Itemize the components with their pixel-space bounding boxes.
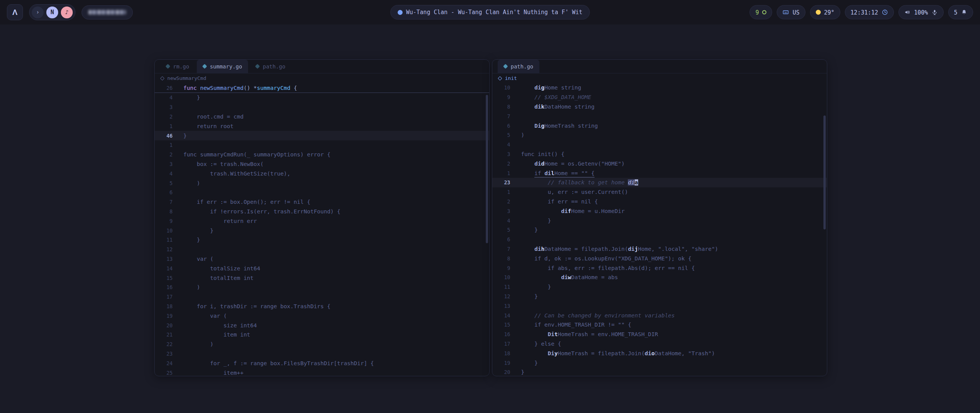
launcher-button[interactable]: Λ — [7, 4, 23, 20]
code-line[interactable]: 24 for _, f := range box.FilesByTrashDir… — [155, 358, 489, 368]
window-title-widget[interactable] — [82, 5, 133, 20]
code-line[interactable]: 9 return err — [155, 216, 489, 226]
tab-summary.go[interactable]: summary.go — [197, 60, 248, 73]
code-line[interactable]: 1 if dilHome == "" { — [492, 168, 827, 178]
workspace-button-3[interactable]: ♪ — [61, 7, 73, 18]
volume-widget[interactable]: 100% — [898, 5, 944, 20]
code-line[interactable]: 3 box := trash.NewBox( — [155, 159, 489, 169]
music-player-widget[interactable]: Wu-Tang Clan - Wu-Tang Clan Ain't Nuthin… — [390, 5, 590, 20]
code-line[interactable]: 6 — [492, 235, 827, 244]
code-line[interactable]: 4 — [492, 140, 827, 150]
go-file-icon — [165, 64, 170, 69]
code-line[interactable]: 5) — [492, 130, 827, 140]
code-line[interactable]: 7 if err := box.Open(); err != nil { — [155, 197, 489, 207]
breadcrumb[interactable]: init — [492, 73, 827, 83]
code-token: Home, ".local", "share") — [638, 246, 719, 252]
code-token: } — [521, 284, 551, 290]
code-line[interactable]: 20 size int64 — [155, 320, 489, 330]
code-line[interactable]: 17 — [155, 292, 489, 302]
code-line[interactable]: 16 DitHomeTrash = env.HOME_TRASH_DIR — [492, 330, 827, 339]
code-line[interactable]: 6 — [155, 188, 489, 197]
code-line[interactable]: 11 } — [155, 235, 489, 245]
code-line[interactable]: 13 — [492, 301, 827, 311]
breadcrumb[interactable]: newSummaryCmd — [155, 73, 489, 83]
code-token: di — [534, 161, 541, 167]
code-line-text: difHome = u.HomeDir — [521, 208, 625, 214]
code-line[interactable]: 9 if abs, err := filepath.Abs(d); err ==… — [492, 263, 827, 273]
code-line[interactable]: 12 — [155, 245, 489, 254]
code-line[interactable]: 3 difHome = u.HomeDir — [492, 206, 827, 216]
code-line[interactable]: 10 } — [155, 226, 489, 235]
code-line[interactable]: 1 — [155, 140, 489, 150]
code-line[interactable]: 10 digHome string — [492, 83, 827, 93]
code-line[interactable]: 4 trash.WithGetSize(true), — [155, 169, 489, 178]
code-line[interactable]: 1 return root — [155, 121, 489, 131]
keyboard-layout-widget[interactable]: US — [777, 5, 805, 20]
code-token: if err := box.Open(); err != nil { — [183, 199, 310, 205]
scrollbar-thumb[interactable] — [823, 115, 826, 229]
code-token: box := trash.NewBox( — [183, 161, 264, 167]
code-line[interactable]: 46} — [155, 131, 489, 140]
code-line[interactable]: 25 item++ — [155, 368, 489, 376]
code-line[interactable]: 14 totalSize int64 — [155, 263, 489, 273]
code-line[interactable]: 15 totalItem int — [155, 273, 489, 283]
code-token: Home = os.Getenv("HOME") — [544, 161, 625, 167]
code-line[interactable]: 19 var ( — [155, 311, 489, 320]
code-line[interactable]: 8 dikDataHome string — [492, 102, 827, 112]
code-line[interactable]: 2 if err == nil { — [492, 197, 827, 206]
code-line[interactable]: 20} — [492, 367, 827, 376]
code-line[interactable]: 14 // Can be changed by environment vari… — [492, 311, 827, 320]
code-line[interactable]: 21 item int — [155, 330, 489, 340]
code-line[interactable]: 10 diwDataHome = abs — [492, 273, 827, 282]
code-line[interactable]: 22 ) — [155, 340, 489, 349]
code-token: if — [521, 170, 544, 176]
clock-widget[interactable]: 12:31:12 — [845, 5, 894, 20]
workspace-button-2[interactable]: N — [46, 7, 58, 18]
line-number: 6 — [492, 123, 510, 129]
code-token: Di — [548, 331, 554, 337]
code-line[interactable]: 5 ) — [155, 178, 489, 188]
code-line[interactable]: 16 ) — [155, 283, 489, 292]
code-line[interactable]: 7 dihDataHome = filepath.Join(dijHome, "… — [492, 244, 827, 254]
code-line[interactable]: 18 DiyHomeTrash = filepath.Join(dioDataH… — [492, 348, 827, 358]
code-line[interactable]: 17 } else { — [492, 339, 827, 349]
code-line[interactable]: 5 } — [492, 225, 827, 235]
line-number: 2 — [155, 151, 173, 158]
tab-path.go[interactable]: path.go — [498, 60, 539, 73]
tab-path.go[interactable]: path.go — [250, 60, 291, 73]
code-line[interactable]: 23 // fallback to get home dia — [492, 178, 827, 187]
code-token: if !errors.Is(err, trash.ErrNotFound) { — [183, 208, 340, 215]
code-line[interactable]: 2func summaryCmdRun(_ summaryOptions) er… — [155, 150, 489, 159]
code-line[interactable]: 2 root.cmd = cmd — [155, 112, 489, 122]
code-line[interactable]: 12 } — [492, 292, 827, 301]
code-line[interactable]: 18 for i, trashDir := range box.TrashDir… — [155, 302, 489, 311]
code-line[interactable]: 8 if d, ok := os.LookupEnv("XDG_DATA_HOM… — [492, 254, 827, 263]
code-line[interactable]: 6 DigHomeTrash string — [492, 121, 827, 130]
tab-rm.go[interactable]: rm.go — [160, 60, 195, 73]
code-line[interactable]: 3func init() { — [492, 150, 827, 159]
code-line[interactable]: 4 } — [492, 216, 827, 225]
code-line[interactable]: 1 u, err := user.Current() — [492, 187, 827, 197]
code-line[interactable]: 23 — [155, 349, 489, 359]
weather-widget[interactable]: 29° — [810, 5, 840, 20]
code-line[interactable]: 7 — [492, 111, 827, 121]
scrollbar-thumb[interactable] — [486, 95, 488, 243]
indicator-widget[interactable]: 9 — [750, 5, 772, 20]
code-line[interactable]: 4 } — [155, 93, 489, 102]
code-line[interactable]: 8 if !errors.Is(err, trash.ErrNotFound) … — [155, 207, 489, 216]
speaker-icon — [904, 9, 911, 16]
tab-bar: path.go — [492, 60, 827, 73]
code-line-text: func summaryCmdRun(_ summaryOptions) err… — [183, 151, 330, 158]
notifications-widget[interactable]: 5 — [948, 5, 973, 20]
code-line-text: } — [183, 228, 214, 234]
code-line[interactable]: 3 — [155, 102, 489, 112]
code-line[interactable]: 13 var ( — [155, 254, 489, 264]
code-line[interactable]: 11 } — [492, 282, 827, 292]
code-line[interactable]: 19 } — [492, 358, 827, 367]
code-line[interactable]: 2 didHome = os.Getenv("HOME") — [492, 159, 827, 168]
code-line[interactable]: 15 if env.HOME_TRASH_DIR != "" { — [492, 320, 827, 330]
workspace-button-1[interactable]: › — [32, 7, 44, 18]
line-number: 9 — [155, 218, 173, 224]
code-line[interactable]: 9 // $XDG_DATA_HOME — [492, 93, 827, 102]
code-token: di — [534, 104, 541, 110]
